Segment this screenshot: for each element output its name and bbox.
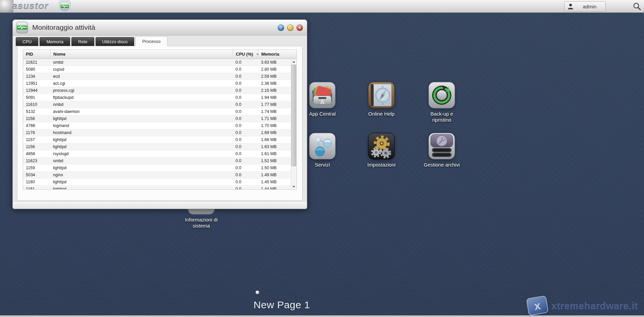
user-icon <box>567 3 574 10</box>
desktop-icon-file-manager[interactable]: Gestione archivi <box>413 133 470 168</box>
table-row[interactable]: 5091 ftpbackupd 0.0 1.94 MB <box>23 94 291 101</box>
window-titlebar[interactable]: Monitoraggio attività ? – ✕ <box>13 20 307 36</box>
table-row[interactable]: 4766 logmand 0.0 1.70 MB <box>23 122 291 129</box>
tab-utilizzo-disco[interactable]: Utilizzo disco <box>96 37 135 46</box>
column-header-memoria[interactable]: Memoria <box>258 50 297 59</box>
table-row[interactable]: 1160 lighttpd 0.0 1.45 MB <box>23 179 291 186</box>
cell-pid: 12944 <box>23 87 50 94</box>
cell-memoria: 1.49 MB <box>258 172 291 178</box>
column-header-nome[interactable]: Nome <box>50 50 233 59</box>
table-row[interactable]: 12944 process.cgi 0.0 2.15 MB <box>23 87 291 94</box>
desktop-icon-backup-restore[interactable]: Back-up e ripristino <box>413 82 470 123</box>
table-row[interactable]: 1161 lighttpd 0.0 1.44 MB <box>23 186 291 189</box>
tab-rete[interactable]: Rete <box>71 37 94 46</box>
table-row[interactable]: 1156 lighttpd 0.0 1.63 MB <box>23 143 291 150</box>
minimize-button[interactable]: – <box>287 24 293 31</box>
cell-memoria: 2.80 MB <box>258 66 291 73</box>
cell-name: smbd <box>50 157 233 164</box>
process-rows: 11621 smbd 0.0 3.63 MB 5080 cupsd 0.0 2.… <box>23 59 291 189</box>
cell-pid: 1179 <box>23 129 50 136</box>
cell-pid: 1158 <box>23 115 50 122</box>
tab-processo[interactable]: Processo <box>136 36 167 46</box>
cell-name: lighttpd <box>50 179 233 185</box>
process-table: PID Nome CPU (%) Memoria 11621 smbd 0.0 … <box>23 50 297 190</box>
icon-label: Impostazioni <box>361 162 402 168</box>
table-row[interactable]: 1234 ecd 0.0 2.59 MB <box>23 73 291 80</box>
cell-name: rsyslogd <box>50 150 233 157</box>
tab-memoria[interactable]: Memoria <box>40 37 70 46</box>
icon-label: Online Help <box>361 111 402 117</box>
cell-memoria: 3.63 MB <box>258 59 291 66</box>
cell-pid: 5080 <box>23 66 50 73</box>
search-button[interactable] <box>633 2 641 11</box>
icon-label: Informazioni di sistema <box>181 217 222 229</box>
table-row[interactable]: 11610 nmbd 0.0 1.77 MB <box>23 101 291 108</box>
cell-pid: 1160 <box>23 179 50 185</box>
column-header-cpu-label: CPU (%) <box>236 50 253 59</box>
cell-cpu: 0.0 <box>233 108 258 115</box>
cell-name: nmbd <box>50 101 233 108</box>
backup-restore-icon <box>428 82 455 109</box>
cell-pid: 5034 <box>23 172 50 178</box>
icon-label: App Central <box>302 111 343 117</box>
activity-monitor-icon <box>16 21 28 34</box>
cell-memoria: 1.45 MB <box>258 179 291 185</box>
table-row[interactable]: 4856 rsyslogd 0.0 1.61 MB <box>23 150 291 157</box>
scroll-down-button[interactable] <box>291 184 297 189</box>
column-header-pid[interactable]: PID <box>23 50 50 59</box>
table-row[interactable]: 11621 smbd 0.0 3.63 MB <box>23 59 291 66</box>
table-scrollbar[interactable] <box>291 59 297 189</box>
cell-memoria: 1.71 MB <box>258 115 291 122</box>
asustor-logo: asustor <box>12 0 48 13</box>
cell-memoria: 1.52 MB <box>258 157 291 164</box>
column-header-cpu[interactable]: CPU (%) <box>233 50 258 59</box>
activity-monitor-icon <box>60 2 69 11</box>
cell-name: ecd <box>50 73 233 80</box>
cell-pid: 4766 <box>23 122 50 129</box>
scrollbar-thumb[interactable] <box>291 65 296 166</box>
table-row[interactable]: 1159 lighttpd 0.0 1.50 MB <box>23 165 291 172</box>
cell-cpu: 0.0 <box>233 73 258 80</box>
cell-name: lighttpd <box>50 143 233 150</box>
cell-cpu: 0.0 <box>233 165 258 171</box>
cell-name: lighttpd <box>50 115 233 122</box>
arrow-up-icon <box>292 61 295 63</box>
table-row[interactable]: 11623 smbd 0.0 1.52 MB <box>23 157 291 165</box>
cell-name: smbd <box>50 59 233 66</box>
user-menu-button[interactable]: admin <box>564 1 606 11</box>
table-row[interactable]: 1157 lighttpd 0.0 1.66 MB <box>23 136 291 143</box>
desktop-icon-settings[interactable]: Impostazioni <box>353 133 410 168</box>
window-footer <box>13 201 307 209</box>
cell-name: hostmand <box>50 129 233 136</box>
table-row[interactable]: 12951 act.cgi 0.0 2.36 MB <box>23 80 291 87</box>
cell-pid: 11623 <box>23 157 50 164</box>
cell-cpu: 0.0 <box>233 122 258 129</box>
cell-cpu: 0.0 <box>233 179 258 185</box>
table-row[interactable]: 1158 lighttpd 0.0 1.71 MB <box>23 115 291 122</box>
cell-memoria: 1.94 MB <box>258 94 291 101</box>
desktop-icon-online-help[interactable]: N S Online Help <box>353 82 410 117</box>
cell-cpu: 0.0 <box>233 172 258 178</box>
cell-name: avahi-daemon <box>50 108 233 115</box>
cell-name: lighttpd <box>50 136 233 143</box>
cell-memoria: 1.61 MB <box>258 150 291 157</box>
table-row[interactable]: 1179 hostmand 0.0 1.69 MB <box>23 129 291 136</box>
scroll-up-button[interactable] <box>291 59 297 64</box>
close-button[interactable]: ✕ <box>297 24 303 31</box>
help-button[interactable]: ? <box>278 24 284 31</box>
taskbar-running-app-activity-monitor[interactable] <box>59 1 70 12</box>
icon-label: Gestione archivi <box>421 162 462 168</box>
tab-cpu[interactable]: CPU <box>16 37 38 46</box>
cell-cpu: 0.0 <box>233 129 258 136</box>
cell-memoria: 1.63 MB <box>258 143 291 150</box>
cell-pid: 1156 <box>23 143 50 150</box>
page-indicator-dot[interactable] <box>256 291 259 294</box>
desktop-page-label: New Page 1 <box>215 299 349 311</box>
show-desktop-button[interactable] <box>0 0 13 12</box>
arrow-down-icon <box>292 186 295 188</box>
cell-memoria: 1.66 MB <box>258 136 291 143</box>
table-row[interactable]: 5132 avahi-daemon 0.0 1.74 MB <box>23 108 291 115</box>
cell-memoria: 1.69 MB <box>258 129 291 136</box>
table-row[interactable]: 5034 nginx 0.0 1.49 MB <box>23 172 291 179</box>
table-row[interactable]: 5080 cupsd 0.0 2.80 MB <box>23 66 291 73</box>
